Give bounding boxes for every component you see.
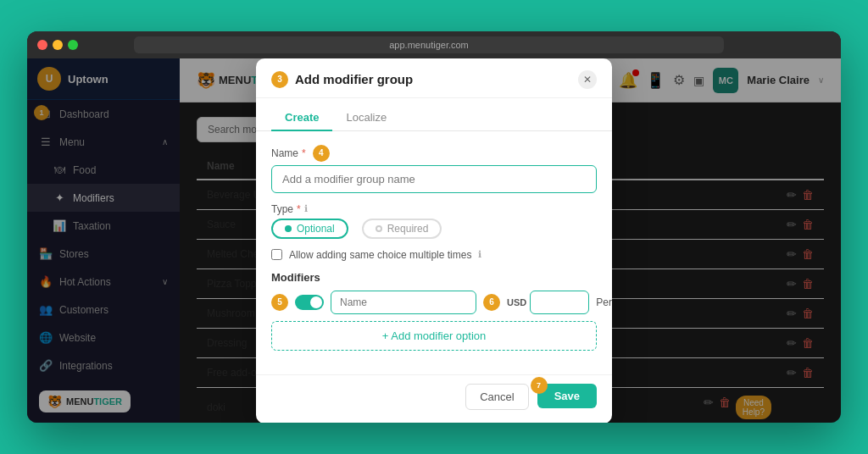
step-badge-3: 3 <box>271 71 288 88</box>
modifier-name-input[interactable] <box>331 291 476 314</box>
cancel-button[interactable]: Cancel <box>465 384 528 410</box>
optional-radio-button[interactable]: Optional <box>271 219 348 239</box>
allow-same-label: Allow adding same choice multiple times <box>289 249 471 261</box>
currency-label: USD <box>507 297 526 307</box>
name-label: Name * 4 <box>271 145 597 162</box>
modal-footer: Cancel 7 Save <box>256 374 612 424</box>
modal-overlay: 3 Add modifier group ✕ Create Localize <box>27 58 841 423</box>
name-input[interactable] <box>271 165 597 193</box>
allow-same-info: ℹ <box>478 249 481 260</box>
modal-header: 3 Add modifier group ✕ <box>256 58 612 98</box>
modal-tabs: Create Localize <box>256 98 612 131</box>
step-badge-7: 7 <box>531 377 548 394</box>
name-form-row: Name * 4 <box>271 145 597 193</box>
type-label: Type * ℹ <box>271 203 597 215</box>
mac-maximize[interactable] <box>68 40 78 50</box>
address-bar: app.menutiger.com <box>134 36 724 53</box>
modifier-item-row: 5 6 USD Per <box>271 291 597 314</box>
type-info-icon: ℹ <box>304 203 308 214</box>
required-asterisk: * <box>302 147 306 159</box>
modal-title-area: 3 Add modifier group <box>271 71 413 88</box>
add-modifier-option-button[interactable]: + Add modifier option <box>271 321 597 351</box>
url-text: app.menutiger.com <box>389 40 469 50</box>
currency-group: USD <box>507 291 589 314</box>
step-badge-5: 5 <box>271 294 288 311</box>
mac-close[interactable] <box>37 40 47 50</box>
type-required: * <box>297 203 301 215</box>
radio-dot-filled <box>285 225 292 232</box>
type-form-row: Type * ℹ Optional <box>271 203 597 239</box>
modifiers-section-title: Modifiers <box>271 271 597 284</box>
tab-create[interactable]: Create <box>271 105 332 131</box>
modal-body: Name * 4 Type * ℹ <box>256 131 612 374</box>
type-options-row: Optional Required <box>271 219 597 239</box>
per-label: Per <box>596 296 612 308</box>
modifier-toggle[interactable] <box>295 295 324 310</box>
currency-input[interactable] <box>530 291 589 314</box>
step-badge-6: 6 <box>483 294 500 311</box>
save-btn-wrapper: 7 Save <box>537 384 597 410</box>
radio-dot-empty <box>376 225 382 232</box>
allow-same-checkbox[interactable] <box>271 249 282 260</box>
required-radio-button[interactable]: Required <box>362 219 442 239</box>
allow-same-row: Allow adding same choice multiple times … <box>271 249 597 261</box>
add-modifier-modal: 3 Add modifier group ✕ Create Localize <box>256 58 612 423</box>
toggle-knob <box>310 296 322 308</box>
modal-close-button[interactable]: ✕ <box>578 70 597 89</box>
mac-minimize[interactable] <box>53 40 63 50</box>
modal-title: Add modifier group <box>295 72 413 86</box>
step-badge-4: 4 <box>313 145 330 162</box>
tab-localize[interactable]: Localize <box>332 105 400 131</box>
